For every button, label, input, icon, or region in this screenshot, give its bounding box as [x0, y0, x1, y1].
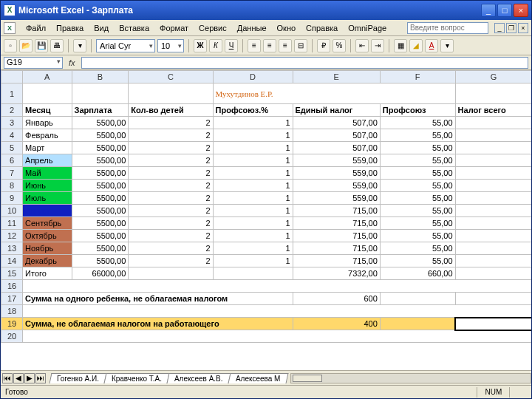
row-header[interactable]: 7 [1, 167, 23, 180]
cell[interactable] [23, 83, 72, 104]
align-center-icon[interactable]: ≡ [263, 39, 276, 52]
cell[interactable]: 1 [213, 142, 293, 154]
cell[interactable]: 2 [129, 142, 213, 154]
cell[interactable] [129, 267, 213, 280]
cell[interactable] [72, 83, 129, 104]
percent-icon[interactable]: % [332, 39, 346, 52]
doc-close-button[interactable]: × [518, 23, 528, 33]
row-header[interactable]: 19 [1, 318, 23, 330]
cell[interactable]: 507,00 [293, 117, 380, 129]
fill-color-icon[interactable]: ◢ [409, 39, 423, 52]
cell[interactable] [380, 293, 455, 305]
decrease-indent-icon[interactable]: ⇤ [355, 39, 369, 52]
header-cell[interactable]: Единый налог [293, 104, 380, 117]
cell[interactable]: 1 [213, 167, 293, 180]
menu-edit[interactable]: Правка [52, 22, 88, 34]
cell[interactable]: 5500,00 [72, 217, 129, 230]
cell[interactable] [455, 205, 531, 217]
name-box[interactable]: G19 [4, 57, 63, 69]
header-cell[interactable]: Зарплата [72, 104, 129, 117]
active-cell[interactable] [455, 318, 531, 330]
menu-tools[interactable]: Сервис [194, 22, 231, 34]
sheet-tab[interactable]: Гогенко А.И. [50, 373, 107, 383]
cell-value[interactable]: 600 [293, 293, 380, 305]
cell[interactable]: 55,00 [380, 117, 455, 129]
row-header[interactable]: 14 [1, 255, 23, 267]
cell[interactable] [455, 267, 531, 280]
cell[interactable]: 5500,00 [72, 230, 129, 242]
italic-icon[interactable]: К [209, 39, 222, 52]
row-header[interactable]: 1 [1, 83, 23, 104]
cell[interactable]: 1 [213, 192, 293, 205]
col-header[interactable]: D [213, 71, 293, 83]
toolbar-options-icon[interactable]: ▾ [440, 39, 454, 52]
row-header[interactable]: 10 [1, 205, 23, 217]
cell[interactable]: 5500,00 [72, 117, 129, 129]
menu-data[interactable]: Данные [233, 22, 271, 34]
doc-minimize-button[interactable]: _ [494, 23, 505, 33]
menu-format[interactable]: Формат [155, 22, 193, 34]
cell[interactable]: 55,00 [380, 129, 455, 142]
cell[interactable]: 55,00 [380, 255, 455, 267]
new-icon[interactable]: ▫ [4, 39, 17, 52]
formula-input[interactable] [81, 57, 528, 69]
cell[interactable]: 559,00 [293, 180, 380, 192]
cell[interactable]: Октябрь [23, 230, 72, 242]
cell[interactable]: 715,00 [293, 230, 380, 242]
row-header[interactable]: 20 [1, 330, 23, 343]
font-size-select[interactable]: 10 [157, 39, 184, 52]
cell[interactable]: 2 [129, 192, 213, 205]
cell[interactable]: Июнь [23, 180, 72, 192]
cell[interactable]: 1 [213, 180, 293, 192]
doc-title-cell[interactable]: Мухутдинов Е.Р. [213, 83, 455, 104]
cell[interactable]: 1 [213, 154, 293, 167]
cell[interactable]: 2 [129, 217, 213, 230]
tab-nav-first-icon[interactable]: ⏮ [2, 373, 13, 383]
cell[interactable]: Март [23, 142, 72, 154]
cell[interactable] [129, 83, 213, 104]
cell[interactable]: 1 [213, 230, 293, 242]
cell[interactable] [455, 167, 531, 180]
cell[interactable]: 5500,00 [72, 129, 129, 142]
cell[interactable]: 55,00 [380, 142, 455, 154]
cell[interactable]: 5500,00 [72, 205, 129, 217]
header-cell[interactable]: Кол-во детей [129, 104, 213, 117]
worksheet-grid[interactable]: A B C D E F G 1 Мухутдинов Е.Р. 2 Месяц … [1, 70, 531, 370]
cell[interactable] [380, 318, 455, 330]
cell[interactable]: 55,00 [380, 192, 455, 205]
cell[interactable]: 55,00 [380, 205, 455, 217]
cell[interactable] [23, 280, 531, 293]
row-header[interactable]: 13 [1, 242, 23, 255]
cell[interactable]: 2 [129, 180, 213, 192]
cell[interactable] [213, 267, 293, 280]
cell[interactable]: 7332,00 [293, 267, 380, 280]
menu-help[interactable]: Справка [301, 22, 342, 34]
cell[interactable]: 1 [213, 129, 293, 142]
tab-nav-prev-icon[interactable]: ◀ [13, 373, 24, 383]
increase-indent-icon[interactable]: ⇥ [371, 39, 384, 52]
cell[interactable]: 715,00 [293, 205, 380, 217]
cell[interactable] [455, 242, 531, 255]
close-button[interactable]: × [514, 4, 528, 17]
menu-omnipage[interactable]: OmniPage [344, 22, 391, 34]
cell[interactable]: 1 [213, 205, 293, 217]
print-icon[interactable]: 🖶 [50, 39, 64, 52]
row-header[interactable]: 8 [1, 180, 23, 192]
cell[interactable]: 2 [129, 167, 213, 180]
cell[interactable]: 55,00 [380, 167, 455, 180]
fx-button[interactable]: fx [69, 58, 75, 67]
open-icon[interactable]: 📂 [19, 39, 33, 52]
row-header[interactable]: 15 [1, 267, 23, 280]
cell[interactable] [23, 305, 531, 318]
menu-window[interactable]: Окно [273, 22, 301, 34]
underline-icon[interactable]: Ч [225, 39, 238, 52]
row-header[interactable]: 17 [1, 293, 23, 305]
col-header[interactable]: F [380, 71, 455, 83]
sheet-tab[interactable]: Алексеева М [228, 373, 288, 383]
row-header[interactable]: 2 [1, 104, 23, 117]
col-header[interactable]: E [293, 71, 380, 83]
cell[interactable] [455, 129, 531, 142]
cell[interactable] [455, 255, 531, 267]
cell[interactable]: 5500,00 [72, 180, 129, 192]
cell[interactable] [455, 142, 531, 154]
